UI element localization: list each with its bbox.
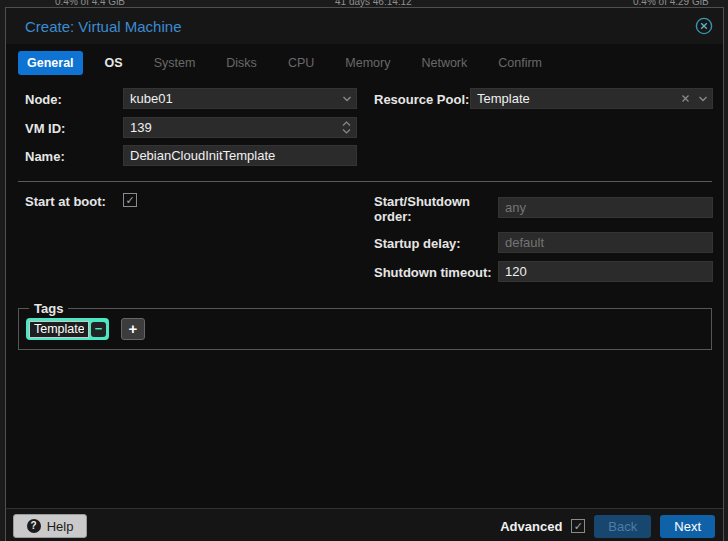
vm-id-input[interactable] <box>124 120 337 135</box>
tab-network: Network <box>412 51 476 75</box>
back-button[interactable]: Back <box>594 515 651 538</box>
vm-id-spinner[interactable] <box>123 117 357 138</box>
dialog-header: Create: Virtual Machine <box>6 8 723 44</box>
chevron-down-icon[interactable] <box>694 95 712 103</box>
section-divider <box>18 181 712 182</box>
help-icon: ? <box>27 519 41 533</box>
name-field[interactable] <box>123 145 357 166</box>
startup-order-input[interactable] <box>499 200 712 215</box>
shutdown-timeout-label: Shutdown timeout: <box>374 265 492 280</box>
tag-chip[interactable]: − <box>26 318 109 340</box>
tab-os[interactable]: OS <box>96 51 132 75</box>
shutdown-timeout-input[interactable] <box>499 264 712 279</box>
background-text-fragment: 0.4% of 4.4 GiB <box>55 0 125 7</box>
wizard-tabbar: General OS System Disks CPU Memory Netwo… <box>18 50 551 76</box>
tab-disks: Disks <box>217 51 266 75</box>
startup-delay-input[interactable] <box>499 235 712 250</box>
remove-tag-icon[interactable]: − <box>91 322 106 337</box>
screen: 0.4% of 4.4 GiB 41 days 46:14:12 0.4% of… <box>0 0 728 541</box>
advanced-label: Advanced <box>500 519 562 534</box>
startup-order-field[interactable] <box>498 197 713 218</box>
tags-legend: Tags <box>29 301 68 316</box>
tags-fieldset: Tags − + <box>18 308 712 350</box>
dialog-title: Create: Virtual Machine <box>25 18 181 35</box>
start-at-boot-checkbox[interactable]: ✓ <box>123 193 137 207</box>
tab-general[interactable]: General <box>18 51 83 75</box>
startup-delay-field[interactable] <box>498 232 713 253</box>
background-text-fragment: 0.4% of 4.29 GiB <box>633 0 709 7</box>
clear-icon[interactable] <box>677 94 694 103</box>
shutdown-timeout-field[interactable] <box>498 261 713 282</box>
advanced-checkbox[interactable]: ✓ <box>571 519 585 533</box>
help-button[interactable]: ? Help <box>13 514 87 538</box>
dialog-footer: ? Help Advanced ✓ Back Next <box>6 508 723 541</box>
resource-pool-combobox[interactable] <box>470 88 713 109</box>
tab-cpu: CPU <box>279 51 323 75</box>
startup-order-label: Start/Shutdown order: <box>374 194 484 224</box>
tab-confirm: Confirm <box>489 51 551 75</box>
tab-system: System <box>145 51 205 75</box>
start-at-boot-label: Start at boot: <box>25 194 106 209</box>
spinner-arrows-icon[interactable] <box>337 121 356 134</box>
create-vm-dialog: Create: Virtual Machine General OS Syste… <box>5 7 724 541</box>
help-button-label: Help <box>47 519 74 534</box>
resource-pool-input[interactable] <box>471 91 677 106</box>
tag-name-input[interactable] <box>29 321 89 338</box>
name-label: Name: <box>25 149 65 164</box>
chevron-down-icon[interactable] <box>338 95 356 103</box>
tab-memory: Memory <box>336 51 399 75</box>
node-input[interactable] <box>124 91 338 106</box>
add-tag-button[interactable]: + <box>121 318 145 340</box>
vm-id-label: VM ID: <box>25 121 65 136</box>
name-input[interactable] <box>124 148 356 163</box>
node-label: Node: <box>25 92 62 107</box>
close-icon[interactable] <box>695 17 713 35</box>
next-button[interactable]: Next <box>660 515 715 538</box>
resource-pool-label: Resource Pool: <box>374 92 469 107</box>
node-combobox[interactable] <box>123 88 357 109</box>
background-text-fragment: 41 days 46:14:12 <box>335 0 412 7</box>
startup-delay-label: Startup delay: <box>374 236 461 251</box>
